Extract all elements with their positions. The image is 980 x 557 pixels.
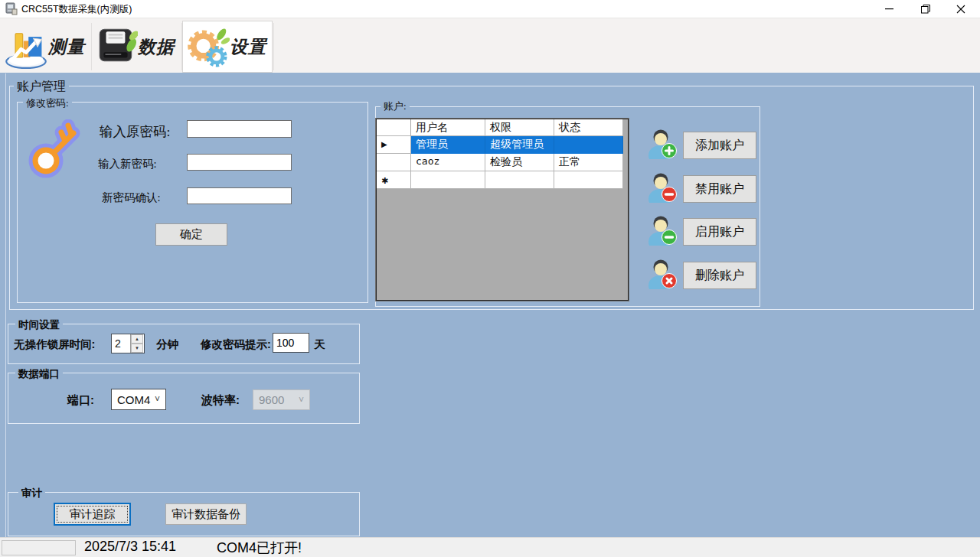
settings-gear-icon (185, 24, 230, 69)
group-title-data-port: 数据端口 (15, 367, 63, 381)
toolbar-button-data[interactable]: 数据 (93, 21, 182, 73)
spinner-down-icon[interactable]: ▼ (131, 344, 143, 353)
status-message: COM4已打开! (217, 539, 302, 557)
confirm-button[interactable]: 确定 (155, 223, 227, 246)
data-floppy-icon (95, 25, 138, 68)
grid-column-status[interactable]: 状态 (554, 119, 623, 136)
grid-cell-status[interactable]: 正常 (554, 154, 623, 171)
minimize-icon (885, 5, 893, 13)
grid-cell-role[interactable] (485, 171, 554, 189)
grid-cell-role[interactable]: 超级管理员 (485, 136, 554, 154)
grid-column-role[interactable]: 权限 (485, 119, 554, 136)
grid-cell-status[interactable] (554, 171, 623, 189)
maximize-button[interactable] (908, 0, 943, 18)
add-account-button[interactable]: 添加账户 (683, 132, 756, 159)
status-panel (2, 540, 76, 555)
baud-combobox: 9600 ˅ (253, 389, 310, 410)
audit-backup-label: 审计数据备份 (172, 507, 240, 522)
toolbar-separator (273, 23, 274, 70)
new-row-asterisk-icon[interactable]: ✱ (377, 171, 411, 189)
toolbar-label-data: 数据 (138, 35, 175, 59)
grid-cell-username[interactable] (411, 171, 485, 189)
minimize-button[interactable] (871, 0, 906, 18)
baud-label: 波特率: (201, 393, 240, 408)
chevron-down-icon: ˅ (299, 395, 304, 406)
user-add-icon (648, 128, 677, 159)
port-combobox[interactable]: COM4 ˅ (111, 389, 166, 410)
toolbar-separator (91, 23, 92, 70)
lock-time-value[interactable]: 2 (112, 334, 130, 353)
group-title-accounts: 账户: (381, 99, 410, 113)
grid-new-row[interactable]: ✱ (377, 171, 628, 189)
password-hint-label: 修改密码提示: (201, 337, 271, 352)
add-account-label: 添加账户 (695, 138, 744, 154)
toolbar-label-measure: 测量 (48, 35, 85, 59)
audit-trace-button[interactable]: 审计追踪 (54, 503, 131, 526)
status-datetime: 2025/7/3 15:41 (84, 539, 176, 555)
user-delete-icon (648, 258, 677, 289)
toolbar-label-settings: 设置 (230, 35, 266, 59)
close-button[interactable] (943, 0, 978, 18)
confirm-password-field[interactable] (187, 187, 292, 204)
group-title-account-management: 账户管理 (14, 79, 69, 95)
delete-account-button[interactable]: 删除账户 (683, 262, 756, 289)
audit-trace-label: 审计追踪 (70, 507, 116, 522)
chevron-down-icon: ˅ (155, 394, 160, 405)
toolbar-button-settings[interactable]: 设置 (182, 21, 273, 73)
baud-value: 9600 (259, 393, 284, 406)
disable-account-button[interactable]: 禁用账户 (683, 175, 756, 203)
grid-column-username[interactable]: 用户名 (411, 119, 485, 136)
panel-border (5, 73, 6, 537)
grid-cell-username[interactable]: caoz (411, 154, 485, 171)
audit-backup-button[interactable]: 审计数据备份 (165, 503, 247, 525)
port-label: 端口: (67, 393, 94, 408)
grid-row[interactable]: caoz 检验员 正常 (377, 154, 628, 171)
port-value: COM4 (117, 393, 150, 406)
toolbar-button-measure[interactable]: 测量 (2, 21, 91, 73)
title-bar: CRC55T数据采集(内测版) (0, 0, 980, 18)
status-bar: 2025/7/3 15:41 COM4已打开! (0, 537, 980, 557)
password-hint-field[interactable] (273, 333, 309, 353)
user-disable-icon (648, 171, 677, 203)
old-password-label: 输入原密码: (100, 122, 170, 141)
enable-account-label: 启用账户 (695, 224, 744, 240)
grid-cell-role[interactable]: 检验员 (485, 154, 554, 171)
toolbar: 测量 数据 设置 (0, 18, 980, 73)
grid-cell-username[interactable]: 管理员 (411, 136, 485, 154)
accounts-grid: 用户名 权限 状态 ▶ 管理员 超级管理员 caoz 检验员 正常 ✱ (376, 119, 629, 301)
group-title-audit: 审计 (18, 487, 45, 500)
confirm-button-label: 确定 (180, 227, 203, 242)
confirm-password-label: 新密码确认: (102, 191, 161, 205)
grid-row-selected[interactable]: ▶ 管理员 超级管理员 (377, 136, 628, 154)
group-title-change-password: 修改密码: (23, 96, 72, 110)
grid-header-row: 用户名 权限 状态 (377, 119, 628, 136)
old-password-field[interactable] (187, 120, 292, 138)
lock-time-spinner[interactable]: 2 ▲ ▼ (111, 334, 145, 353)
new-password-label: 输入新密码: (98, 157, 157, 171)
measure-chart-icon (4, 24, 48, 69)
window-title: CRC55T数据采集(内测版) (21, 3, 132, 16)
close-icon (956, 5, 965, 14)
grid-corner-cell[interactable] (377, 119, 411, 136)
new-password-field[interactable] (187, 154, 292, 171)
grid-cell-status[interactable] (554, 136, 623, 154)
delete-account-label: 删除账户 (695, 268, 744, 284)
lock-time-unit: 分钟 (156, 337, 178, 352)
lock-time-label: 无操作锁屏时间: (14, 337, 95, 352)
enable-account-button[interactable]: 启用账户 (683, 218, 756, 246)
restore-icon (921, 5, 930, 14)
password-hint-unit: 天 (314, 337, 325, 352)
disable-account-label: 禁用账户 (695, 181, 744, 197)
key-icon (28, 119, 83, 179)
app-icon (5, 2, 18, 15)
user-enable-icon (648, 214, 677, 246)
grid-row-header[interactable] (377, 154, 411, 171)
spinner-up-icon[interactable]: ▲ (131, 334, 143, 344)
row-selector-arrow-icon[interactable]: ▶ (377, 136, 411, 154)
group-title-time-settings: 时间设置 (15, 318, 63, 332)
